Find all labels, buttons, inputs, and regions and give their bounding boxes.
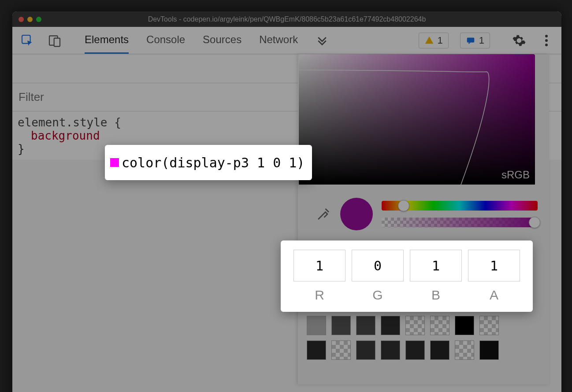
svg-rect-3 [467, 37, 475, 42]
palette-swatch[interactable] [307, 340, 326, 360]
tab-elements[interactable]: Elements [85, 27, 129, 54]
palette-swatch[interactable] [479, 340, 499, 360]
channel-a-label: A [490, 288, 498, 303]
css-value-text: color(display-p3 1 0 1) [122, 155, 305, 170]
palette-swatch[interactable] [405, 316, 425, 335]
svg-point-5 [545, 39, 548, 42]
css-value-callout[interactable]: color(display-p3 1 0 1) [105, 145, 312, 180]
window-title: DevTools - codepen.io/argyleink/pen/QWBg… [12, 15, 561, 23]
palette-swatch[interactable] [455, 316, 474, 335]
zoom-window-button[interactable] [36, 17, 41, 22]
eyedropper-icon[interactable] [316, 206, 331, 222]
palette-swatch[interactable] [479, 316, 499, 335]
content-area: element.style { background } sRGB [12, 54, 561, 160]
channel-r-input[interactable] [293, 250, 345, 281]
palette-swatch[interactable] [307, 316, 326, 335]
more-menu-icon[interactable] [539, 33, 554, 48]
close-window-button[interactable] [19, 17, 24, 22]
messages-badge[interactable]: 1 [460, 33, 490, 48]
palette-swatch[interactable] [331, 316, 351, 335]
hue-slider[interactable] [382, 201, 538, 211]
device-toggle-icon[interactable] [47, 33, 63, 48]
picker-sliders [382, 201, 538, 227]
palette-swatch[interactable] [381, 316, 400, 335]
panel-tabs: Elements Console Sources Network [85, 27, 329, 54]
tab-sources[interactable]: Sources [203, 27, 241, 54]
rule-property: background [31, 129, 100, 142]
minimize-window-button[interactable] [27, 17, 33, 22]
palette-swatch[interactable] [405, 340, 425, 360]
palette-swatch[interactable] [356, 316, 375, 335]
more-tabs-button[interactable] [316, 27, 329, 54]
devtools-toolbar: Elements Console Sources Network 1 1 [12, 27, 561, 54]
svg-point-6 [545, 44, 548, 46]
rgba-inputs-callout: R G B A [281, 240, 533, 312]
selected-color-swatch[interactable] [340, 198, 373, 230]
channel-g-input[interactable] [352, 250, 404, 281]
palette-swatch[interactable] [455, 340, 474, 360]
picker-controls [298, 185, 549, 235]
svg-rect-2 [54, 38, 60, 46]
inspect-icon[interactable] [19, 33, 35, 48]
palette-swatch[interactable] [430, 316, 449, 335]
warnings-badge[interactable]: 1 [419, 33, 449, 48]
titlebar: DevTools - codepen.io/argyleink/pen/QWBg… [12, 11, 561, 27]
gamut-label: sRGB [501, 169, 530, 181]
palette-swatch[interactable] [356, 340, 375, 360]
palette-swatch[interactable] [430, 340, 449, 360]
channel-g-label: G [372, 288, 383, 303]
window-controls [19, 17, 41, 22]
color-spectrum[interactable]: sRGB [299, 54, 535, 185]
devtools-window: DevTools - codepen.io/argyleink/pen/QWBg… [12, 11, 561, 392]
alpha-slider[interactable] [382, 218, 538, 227]
messages-count: 1 [479, 35, 484, 46]
inline-color-swatch[interactable] [110, 158, 119, 167]
gear-icon[interactable] [511, 33, 527, 48]
channel-a-input[interactable] [468, 250, 520, 281]
svg-point-4 [545, 35, 548, 37]
channel-b-label: B [431, 288, 440, 303]
warnings-count: 1 [438, 35, 443, 46]
tab-network[interactable]: Network [259, 27, 298, 54]
palette-swatch[interactable] [331, 340, 351, 360]
channel-b-input[interactable] [410, 250, 462, 281]
channel-r-label: R [315, 288, 324, 303]
tab-console[interactable]: Console [146, 27, 185, 54]
color-picker: sRGB [298, 54, 549, 385]
palette-swatch[interactable] [381, 340, 400, 360]
